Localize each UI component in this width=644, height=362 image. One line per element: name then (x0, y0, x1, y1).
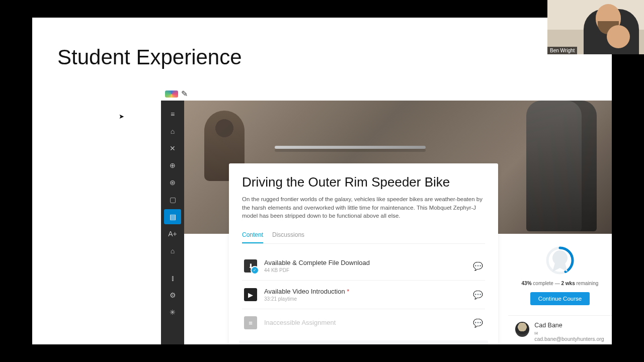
lms-app: ≡ ⌂ ✕ ⊕ ⊛ ▢ ▤ A+ ⌂ ⫿ ⚙ ✳ Driving the Out… (161, 85, 612, 344)
sidebar-tools-icon[interactable]: ✕ (164, 141, 181, 156)
tab-discussions[interactable]: Discussions (272, 228, 304, 243)
page-title: Student Experience (57, 45, 242, 69)
sidebar-home-icon[interactable]: ⌂ (164, 124, 181, 139)
sidebar-add-icon[interactable]: ⊕ (164, 158, 181, 173)
mouse-cursor: ➤ (119, 113, 124, 120)
sidebar-slot-icon[interactable]: ▢ (164, 192, 181, 207)
user-name: Cad Bane (534, 322, 605, 329)
user-email[interactable]: cad.bane@bountyhunters.org (534, 330, 605, 342)
content-item-video[interactable]: ▶ Available Video Introduction * 33:21 p… (242, 280, 485, 309)
comment-icon[interactable]: 💬 (473, 290, 483, 300)
continue-course-button[interactable]: Continue Course (530, 292, 590, 305)
progress-text: 43% complete — 2 wks remaining (513, 281, 607, 286)
content-item-title: Available & Complete File Download (264, 259, 466, 266)
brand-logo (165, 88, 188, 99)
user-card: Cad Bane cad.bane@bountyhunters.org (508, 316, 612, 344)
section-header[interactable]: Unit 1: This is a Section Name ⌄ (239, 340, 488, 344)
sidebar-admin-icon[interactable]: ✳ (164, 305, 181, 320)
sidebar-settings-icon[interactable]: ⚙ (164, 288, 181, 303)
sidebar-assign-icon[interactable]: ⌂ (164, 243, 181, 258)
content-item-title: Inaccessible Assignment (264, 319, 466, 326)
slide: Student Experience ➤ ≡ ⌂ ✕ ⊕ ⊛ ▢ ▤ A+ ⌂ … (32, 18, 612, 344)
comment-icon[interactable]: 💬 (473, 261, 483, 271)
award-icon (545, 245, 575, 276)
sidebar-grades-icon[interactable]: A+ (164, 226, 181, 241)
content-item-sub: 44 KB PDF (264, 267, 466, 273)
content-item-sub: 33:21 playtime (264, 296, 466, 302)
sidebar-calendar-icon[interactable]: ▤ (164, 209, 181, 224)
course-title: Driving the Outer Rim Speeder Bike (242, 174, 485, 190)
content-item-title: Available Video Introduction * (264, 288, 466, 295)
progress-ring (545, 245, 575, 276)
comment-icon: 💬 (473, 318, 483, 328)
avatar (515, 322, 529, 337)
sidebar-menu-icon[interactable]: ≡ (164, 107, 181, 122)
file-icon: ⬇ (244, 259, 257, 273)
progress-card: 43% complete — 2 wks remaining Continue … (508, 236, 612, 316)
course-description: On the rugged frontier worlds of the gal… (242, 195, 485, 220)
course-card: Driving the Outer Rim Speeder Bike On th… (229, 163, 498, 344)
presenter-name: Ben Wright (547, 47, 577, 54)
content-item-assignment: ≡ Inaccessible Assignment 💬 (242, 309, 485, 336)
webcam-overlay: Ben Wright (547, 0, 644, 54)
sidebar-globe-icon[interactable]: ⊛ (164, 175, 181, 190)
sidebar: ≡ ⌂ ✕ ⊕ ⊛ ▢ ▤ A+ ⌂ ⫿ ⚙ ✳ (161, 101, 184, 344)
video-icon: ▶ (244, 288, 257, 301)
content-item-file[interactable]: ⬇ Available & Complete File Download 44 … (242, 252, 485, 280)
right-column: 43% complete — 2 wks remaining Continue … (508, 236, 612, 344)
sidebar-analytics-icon[interactable]: ⫿ (164, 270, 181, 286)
tab-content[interactable]: Content (242, 228, 263, 243)
course-tabs: Content Discussions (242, 228, 485, 244)
document-icon: ≡ (244, 316, 257, 329)
